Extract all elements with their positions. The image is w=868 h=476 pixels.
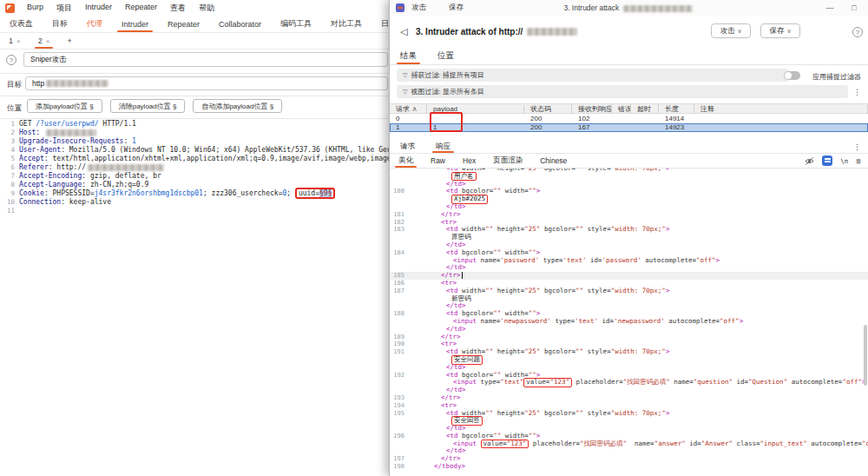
tab-响应[interactable]: 响应 — [425, 140, 461, 153]
line-number — [390, 417, 409, 425]
menu-item[interactable]: Intruder — [85, 3, 112, 14]
code-token: > — [536, 309, 541, 317]
tab-结果[interactable]: 结果 — [390, 48, 427, 64]
hide-icon[interactable] — [805, 156, 814, 166]
window-menu-item[interactable]: 攻击 — [411, 3, 426, 13]
column-header[interactable]: payload — [427, 105, 524, 113]
scrollbar-thumb[interactable] — [864, 325, 867, 386]
main-tab-代理[interactable]: 代理 — [77, 16, 112, 32]
code-token: : Mozilla/5.0 (Windows NT 10.0; Win64; x… — [61, 146, 389, 154]
code-token: "25" — [524, 225, 540, 233]
main-tab-Repeater[interactable]: Repeater — [158, 16, 209, 32]
main-tab-Intruder[interactable]: Intruder — [112, 16, 158, 32]
results-tab-bar: 结果位置 — [390, 48, 868, 65]
minimize-button[interactable]: — — [818, 0, 842, 16]
code-token: autocomplete= — [787, 378, 842, 386]
code-token: "width: 70px;" — [611, 287, 666, 294]
main-tab-目标[interactable]: 目标 — [43, 16, 77, 32]
view-filter-menu-icon[interactable]: ⋮ — [853, 88, 861, 96]
code-token: : text/html,application/xhtml+xml,applic… — [44, 155, 389, 162]
code-token: <input — [453, 317, 481, 325]
column-header[interactable]: 请求 ∧ — [390, 104, 427, 114]
response-editor[interactable]: <td width="" height="25" bgcolor="" styl… — [390, 169, 868, 476]
close-icon[interactable]: × — [46, 37, 50, 45]
payload-position-button[interactable]: 添加payload位置 § — [27, 99, 102, 113]
request-editor[interactable]: 1GET /?user/userpwd/ HTTP/1.12Host: 3Upg… — [0, 120, 389, 476]
divider — [0, 96, 389, 96]
window-menu-item[interactable]: 保存 — [449, 3, 464, 13]
main-tab-Collaborator[interactable]: Collaborator — [209, 16, 271, 32]
code-token: "off" — [720, 317, 740, 325]
new-tab-button[interactable]: + — [58, 33, 80, 49]
code-token: name= — [627, 440, 654, 447]
column-header[interactable]: 状态码 — [524, 104, 572, 114]
attack-subtab[interactable]: 2× — [30, 33, 59, 49]
code-token: "Question" — [748, 378, 787, 386]
column-header[interactable]: 注释 — [694, 104, 868, 114]
positions-label: 位置 — [7, 103, 22, 114]
code-token: name= — [481, 317, 501, 325]
attack-type-field[interactable]: Sniper攻击 — [23, 52, 388, 67]
code-token: Xjb#2025 — [454, 195, 485, 202]
code-row-text: <td width="" height="25" bgcolor="" styl… — [409, 226, 669, 234]
request-line: 6Referer: http:// — [0, 163, 389, 172]
code-token: placeholder= — [572, 378, 623, 386]
close-icon[interactable]: × — [16, 37, 21, 45]
column-header[interactable]: 长度 — [659, 104, 694, 114]
attack-header: ◁ 3. Intruder attack of http:// 攻击∨ 保存∨ … — [390, 17, 868, 45]
save-button[interactable]: 保存∨ — [760, 23, 800, 38]
payload-position-button[interactable]: 清除payload位置 § — [110, 99, 186, 113]
menu-item[interactable]: Repeater — [125, 3, 157, 14]
attack-subtab[interactable]: 1× — [0, 33, 30, 49]
editor-tab-页面渲染[interactable]: 页面渲染 — [484, 154, 531, 168]
message-menu-icon[interactable]: ⋮ — [853, 142, 861, 151]
menu-item[interactable]: 项目 — [56, 3, 72, 14]
tab-位置[interactable]: 位置 — [427, 48, 464, 64]
code-token: "width: 70px;" — [611, 225, 666, 233]
divider — [0, 118, 389, 119]
main-tab-对比工具[interactable]: 对比工具 — [321, 16, 372, 32]
newline-icon[interactable]: \n — [840, 157, 848, 165]
editor-tab-Chinese[interactable]: Chinese — [531, 154, 575, 168]
maximize-button[interactable]: □ — [842, 0, 866, 16]
code-token: </td> — [446, 263, 466, 271]
prettify-icon[interactable] — [822, 155, 832, 166]
code-row-text: <input value="123" placeholder="找回密码必填" … — [409, 440, 868, 448]
tab-请求[interactable]: 请求 — [390, 140, 425, 153]
annotation-box: value="123" — [523, 378, 572, 387]
request-line: 2Host: — [0, 129, 389, 137]
main-tab-编码工具[interactable]: 编码工具 — [271, 16, 321, 32]
help-icon[interactable]: ? — [6, 55, 16, 65]
editor-tab-Hex[interactable]: Hex — [454, 154, 484, 168]
attack-button[interactable]: 攻击∨ — [711, 23, 751, 38]
code-token: : gzip, deflate, br — [82, 172, 161, 180]
table-row[interactable]: 020010214914 — [390, 114, 868, 123]
editor-tab-Raw[interactable]: Raw — [422, 154, 454, 168]
view-filter-bar[interactable]: ▽ 视图过滤: 显示所有条目 — [397, 85, 848, 98]
target-field[interactable]: http — [25, 76, 388, 90]
capture-filter-bar[interactable]: ▽ 捕获过滤: 捕捉所有项目 — [397, 69, 789, 82]
code-token: : zh-CN,zh;q=0.9 — [82, 181, 148, 188]
column-header[interactable]: 超时 — [631, 104, 659, 114]
code-token: <td — [446, 371, 462, 379]
payload-position-button[interactable]: 自动添加payload位置 § — [193, 99, 282, 113]
column-header[interactable]: 接收到响应 — [572, 104, 612, 114]
table-row[interactable]: 1120016714923 — [390, 123, 868, 133]
menu-item[interactable]: Burp — [27, 3, 43, 14]
request-line-text: GET /?user/userpwd/ HTTP/1.1 — [19, 120, 136, 129]
main-tab-仪表盘[interactable]: 仪表盘 — [0, 16, 43, 32]
editor-menu-icon[interactable]: ≡ — [856, 156, 861, 166]
menu-item[interactable]: 查看 — [170, 3, 186, 14]
code-token: id= — [587, 256, 602, 264]
help-icon[interactable]: ? — [852, 27, 863, 37]
capture-filter-toggle[interactable] — [784, 71, 800, 80]
request-line: 10Connection: keep-alive — [0, 198, 389, 207]
code-row: </td> — [390, 447, 868, 455]
code-token: <input — [453, 378, 481, 386]
code-token: Accept-Encoding — [19, 172, 82, 180]
menu-item[interactable]: 帮助 — [199, 3, 214, 14]
editor-tab-美化[interactable]: 美化 — [390, 154, 422, 168]
back-icon[interactable]: ◁ — [400, 26, 407, 37]
code-token: autocomplete= — [641, 256, 696, 264]
column-header[interactable]: 错误 — [612, 104, 631, 114]
